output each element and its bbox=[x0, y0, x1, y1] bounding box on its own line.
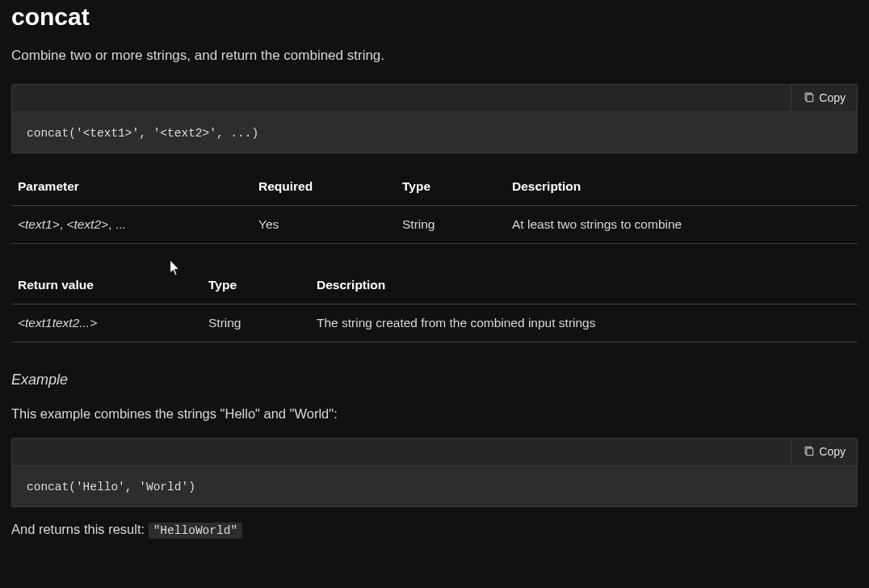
result-prefix: And returns this result: bbox=[11, 522, 149, 536]
table-row: <text1>, <text2>, ... Yes String At leas… bbox=[11, 205, 858, 243]
result-code: "HelloWorld" bbox=[149, 523, 242, 539]
required-cell: Yes bbox=[252, 205, 396, 243]
example-heading: Example bbox=[11, 372, 858, 388]
description-header: Description bbox=[506, 168, 858, 206]
return-value-header: Return value bbox=[11, 267, 202, 304]
copy-icon bbox=[803, 91, 814, 105]
page-description: Combine two or more strings, and return … bbox=[11, 45, 858, 66]
parameter-header: Parameter bbox=[11, 168, 252, 206]
table-row: <text1text2...> String The string create… bbox=[11, 304, 858, 342]
code-block-body: concat('<text1>', '<text2>', ...) bbox=[12, 112, 857, 153]
return-value-cell: <text1text2...> bbox=[11, 304, 202, 342]
syntax-code: concat('<text1>', '<text2>', ...) bbox=[27, 127, 258, 140]
example-intro: This example combines the strings "Hello… bbox=[11, 406, 858, 422]
example-result: And returns this result: "HelloWorld" bbox=[11, 522, 858, 537]
example-code-block: Copy concat('Hello', 'World') bbox=[11, 438, 858, 507]
return-header-row: Return value Type Description bbox=[11, 267, 858, 304]
return-type-cell: String bbox=[202, 304, 310, 342]
required-header: Required bbox=[252, 168, 396, 206]
copy-button[interactable]: Copy bbox=[791, 85, 857, 111]
copy-icon bbox=[803, 445, 814, 459]
type-header: Type bbox=[396, 168, 506, 206]
description-cell: At least two strings to combine bbox=[506, 205, 858, 243]
return-type-header: Type bbox=[202, 267, 310, 304]
code-block-header: Copy bbox=[12, 439, 857, 466]
return-description-cell: The string created from the combined inp… bbox=[310, 304, 858, 342]
parameter-cell: <text1>, <text2>, ... bbox=[11, 205, 252, 243]
code-block-body: concat('Hello', 'World') bbox=[12, 466, 857, 506]
type-cell: String bbox=[396, 205, 506, 243]
copy-button-label: Copy bbox=[819, 91, 846, 104]
syntax-code-block: Copy concat('<text1>', '<text2>', ...) bbox=[11, 84, 858, 153]
parameters-table: Parameter Required Type Description <tex… bbox=[11, 168, 858, 244]
return-table: Return value Type Description <text1text… bbox=[11, 267, 858, 342]
copy-button-label: Copy bbox=[819, 445, 846, 458]
example-code: concat('Hello', 'World') bbox=[27, 481, 195, 494]
return-description-header: Description bbox=[310, 267, 858, 304]
page-title: concat bbox=[11, 0, 858, 31]
copy-button[interactable]: Copy bbox=[791, 439, 857, 465]
parameters-header-row: Parameter Required Type Description bbox=[11, 168, 858, 206]
code-block-header: Copy bbox=[12, 85, 857, 112]
